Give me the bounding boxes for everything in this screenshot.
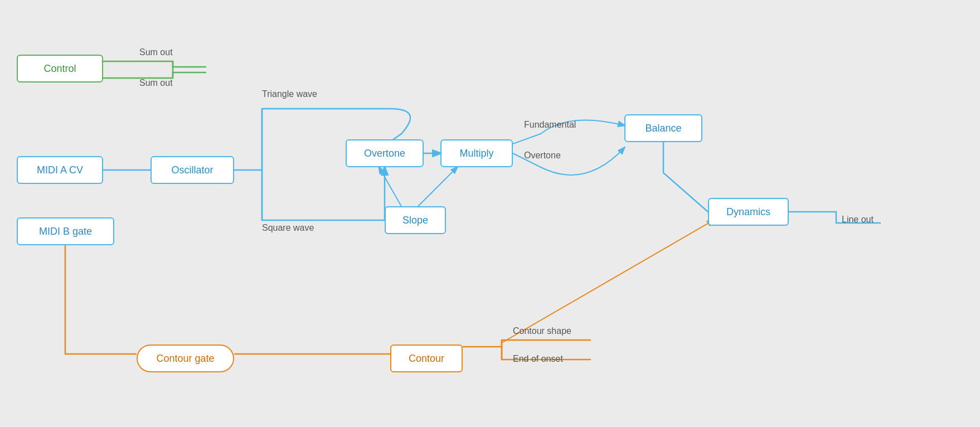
overtone-label: Overtone (364, 148, 405, 159)
overtone-label-text: Overtone (524, 151, 561, 161)
multiply-node[interactable]: Multiply (440, 139, 513, 167)
sum-out-1-label: Sum out (139, 47, 173, 57)
line-out-label: Line out (842, 215, 874, 225)
triangle-wave-label: Triangle wave (262, 89, 317, 99)
dynamics-label: Dynamics (726, 206, 770, 218)
diagram-canvas: Control MIDI A CV MIDI B gate Oscillator… (0, 0, 980, 427)
balance-node[interactable]: Balance (624, 114, 702, 142)
sum-out-2-label: Sum out (139, 78, 173, 88)
midi-a-cv-label: MIDI A CV (37, 164, 83, 176)
multiply-label: Multiply (459, 148, 493, 159)
control-label: Control (43, 63, 76, 75)
slope-label: Slope (402, 215, 428, 226)
contour-label: Contour (409, 353, 444, 365)
midi-a-cv-node[interactable]: MIDI A CV (17, 156, 103, 184)
control-node[interactable]: Control (17, 55, 103, 83)
contour-shape-label: Contour shape (513, 326, 571, 336)
slope-node[interactable]: Slope (385, 206, 446, 234)
contour-node[interactable]: Contour (390, 344, 463, 372)
square-wave-label: Square wave (262, 223, 314, 233)
oscillator-label: Oscillator (171, 164, 213, 176)
contour-gate-label: Contour gate (156, 353, 214, 365)
fundamental-label: Fundamental (524, 120, 576, 130)
oscillator-node[interactable]: Oscillator (151, 156, 234, 184)
midi-b-gate-label: MIDI B gate (39, 226, 92, 237)
end-of-onset-label: End of onset (513, 354, 563, 364)
midi-b-gate-node[interactable]: MIDI B gate (17, 217, 114, 245)
dynamics-node[interactable]: Dynamics (708, 198, 789, 226)
overtone-node[interactable]: Overtone (346, 139, 424, 167)
balance-label: Balance (645, 123, 681, 134)
contour-gate-node[interactable]: Contour gate (137, 344, 234, 372)
